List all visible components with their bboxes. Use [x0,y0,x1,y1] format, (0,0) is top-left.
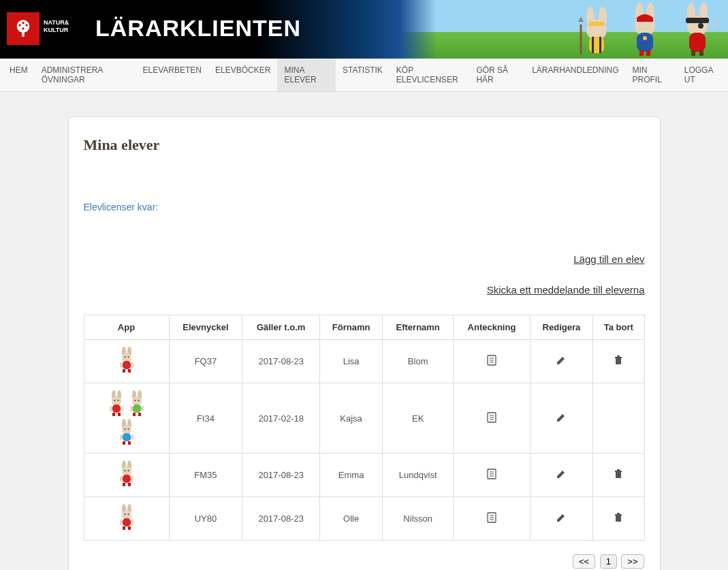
cell-delete [593,497,644,541]
cell-edit [530,497,592,541]
col-lname: Efternamn [383,315,454,340]
delete-icon[interactable] [613,469,624,479]
delete-icon[interactable] [613,355,624,366]
bunny-red-icon [107,390,126,417]
svg-rect-107 [131,520,133,525]
svg-rect-66 [141,406,144,411]
brand-text: NATUR& KULTUR [39,12,80,45]
nav-item-k-p-elevlicenser[interactable]: KÖP ELEVLICENSER [390,59,470,91]
cell-key: UY80 [169,497,242,541]
cell-edit [530,340,592,383]
svg-rect-74 [128,441,131,445]
brand-line2: KULTUR [44,27,76,34]
nav-item-l-rarhandledning[interactable]: LÄRARHANDLEDNING [525,59,625,91]
cell-valid: 2017-08-23 [242,497,320,541]
svg-rect-28 [699,50,703,56]
svg-point-102 [127,513,129,515]
content-card: Mina elever Elevlicenser kvar: Lägg till… [68,116,661,570]
svg-rect-88 [128,483,131,486]
cell-edit [530,454,592,497]
svg-rect-104 [123,526,125,530]
page-last-button[interactable]: >> [621,554,644,569]
svg-point-5 [22,27,24,29]
svg-rect-90 [131,476,133,481]
tree-logo-icon [7,12,39,45]
note-icon[interactable] [486,512,497,523]
svg-rect-64 [138,413,141,416]
page-number-button[interactable]: 1 [600,554,617,569]
cell-fname: Kajsa [319,383,382,454]
svg-point-69 [122,425,131,434]
col-key: Elevnyckel [169,315,242,340]
bunny-red-icon [117,504,136,531]
nav-item-g-r-s-h-r[interactable]: GÖR SÅ HÄR [469,59,525,91]
pagination: << 1 >> [84,554,645,569]
cell-note [454,454,531,497]
cell-lname: Lundqvist [383,454,454,497]
svg-rect-56 [121,406,123,411]
nav-item-logga-ut[interactable]: LOGGA UT [678,59,725,91]
cell-app [84,340,169,383]
svg-point-25 [698,23,703,29]
cell-lname: Nilsson [383,497,454,541]
delete-icon[interactable] [613,512,624,523]
svg-point-59 [132,396,142,406]
svg-rect-86 [123,475,131,483]
svg-rect-52 [112,405,121,413]
nav-item-min-profil[interactable]: MIN PROFIL [626,59,678,91]
svg-rect-20 [646,50,650,56]
note-icon[interactable] [486,469,497,479]
svg-point-34 [127,356,129,358]
svg-point-3 [25,24,27,26]
svg-rect-24 [686,18,709,23]
svg-rect-114 [617,513,620,514]
bunny-green-icon [127,390,146,417]
svg-point-33 [124,356,125,358]
svg-rect-106 [120,520,123,525]
cell-edit [530,383,592,454]
nav-item-mina-elever[interactable]: MINA ELEVER [277,59,336,91]
svg-rect-105 [128,526,131,530]
mascot-yellow-icon [577,1,616,57]
cell-valid: 2017-08-23 [242,454,320,497]
edit-icon[interactable] [556,469,567,479]
cell-fname: Emma [319,454,382,497]
nav-item-administrera-vningar[interactable]: ADMINISTRERA ÖVNINGAR [35,59,136,91]
cell-valid: 2017-02-18 [242,383,320,454]
svg-point-101 [124,513,125,515]
svg-point-2 [18,24,20,26]
brand-logo: NATUR& KULTUR [7,12,80,45]
svg-rect-10 [589,37,604,53]
edit-icon[interactable] [556,512,567,523]
note-icon[interactable] [486,412,497,423]
page-first-button[interactable]: << [573,554,595,569]
svg-rect-38 [120,362,123,368]
svg-rect-44 [616,358,621,364]
nav-item-hem[interactable]: HEM [3,59,35,91]
nav-item-elevb-cker[interactable]: ELEVBÖCKER [208,59,277,91]
bunny-red-icon [117,460,136,488]
send-message-link[interactable]: Skicka ett meddelande till eleverna [84,284,645,296]
svg-rect-39 [131,362,133,368]
svg-point-60 [134,400,136,401]
col-del: Ta bort [593,315,644,340]
svg-rect-37 [128,369,131,373]
action-links: Lägg till en elev Skicka ett meddelande … [84,253,645,296]
mascot-pirate-icon [675,0,720,57]
svg-point-49 [112,396,121,406]
nav-item-statistik[interactable]: STATISTIK [336,59,390,91]
svg-rect-55 [110,406,112,411]
add-student-link[interactable]: Lägg till en elev [84,253,645,265]
svg-rect-103 [123,518,131,526]
svg-rect-26 [689,33,706,52]
svg-rect-53 [112,413,115,416]
table-row: UY802017-08-23OlleNilsson [84,497,644,541]
edit-icon[interactable] [556,412,567,423]
col-edit: Redigera [530,315,592,340]
svg-rect-63 [133,413,136,416]
nav-item-elevarbeten[interactable]: ELEVARBETEN [136,59,208,91]
cell-delete [593,383,644,454]
edit-icon[interactable] [556,355,567,366]
note-icon[interactable] [486,355,497,366]
svg-point-70 [124,428,125,430]
